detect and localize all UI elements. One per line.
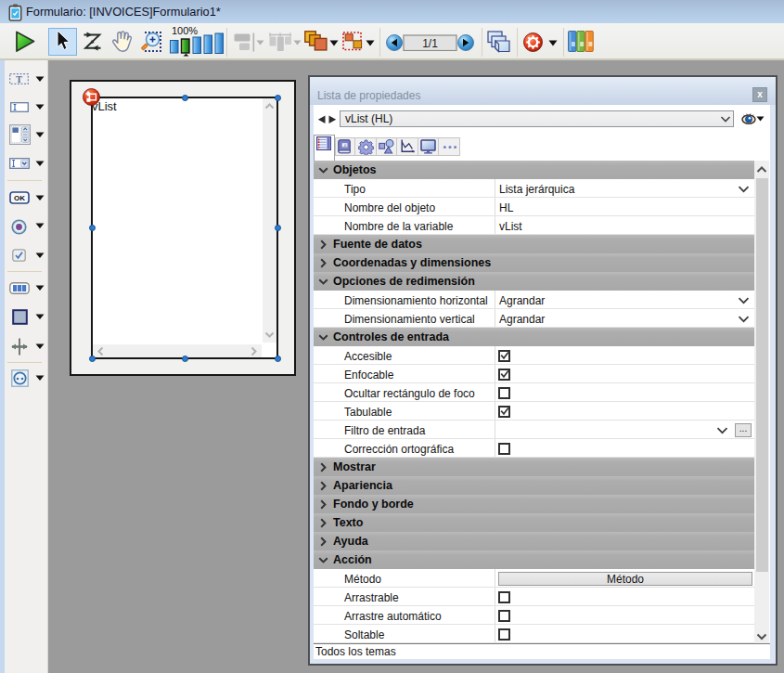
svg-text:OK: OK: [14, 194, 25, 202]
svg-text:T: T: [16, 74, 22, 84]
svg-text:-0: -0: [343, 142, 347, 147]
